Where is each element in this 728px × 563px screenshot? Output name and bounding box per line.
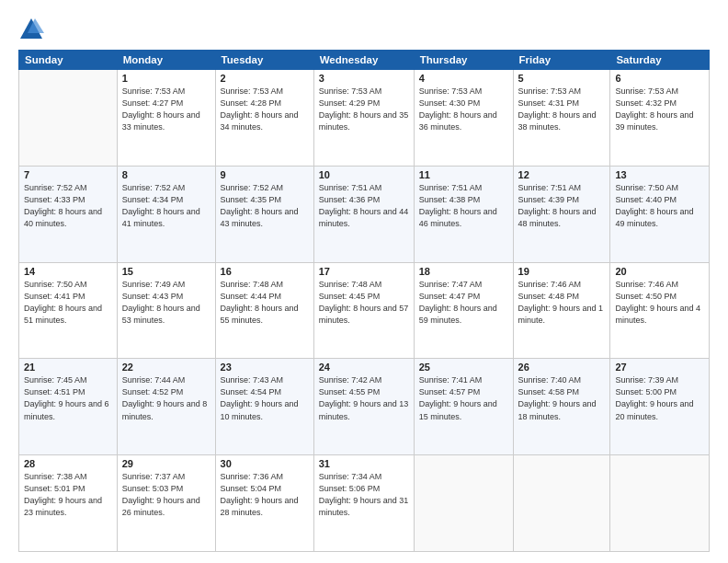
day-number: 18 [419, 266, 508, 277]
day-info: Sunrise: 7:39 AMSunset: 5:00 PMDaylight:… [615, 374, 704, 422]
day-info: Sunrise: 7:38 AMSunset: 5:01 PMDaylight:… [24, 471, 112, 519]
calendar-cell: 8Sunrise: 7:52 AMSunset: 4:34 PMDaylight… [117, 166, 215, 262]
weekday-monday: Monday [117, 51, 215, 70]
calendar-cell: 19Sunrise: 7:46 AMSunset: 4:48 PMDayligh… [513, 262, 610, 359]
calendar-body: 1Sunrise: 7:53 AMSunset: 4:27 PMDaylight… [19, 70, 710, 552]
calendar-cell: 23Sunrise: 7:43 AMSunset: 4:54 PMDayligh… [215, 359, 313, 455]
day-number: 28 [24, 458, 112, 469]
day-info: Sunrise: 7:45 AMSunset: 4:51 PMDaylight:… [24, 374, 112, 422]
calendar-cell: 5Sunrise: 7:53 AMSunset: 4:31 PMDaylight… [513, 70, 610, 167]
day-info: Sunrise: 7:47 AMSunset: 4:47 PMDaylight:… [419, 279, 508, 327]
day-number: 11 [419, 169, 508, 180]
day-info: Sunrise: 7:49 AMSunset: 4:43 PMDaylight:… [122, 279, 210, 327]
weekday-tuesday: Tuesday [215, 51, 313, 70]
calendar-cell [414, 455, 513, 552]
day-number: 7 [24, 169, 112, 180]
day-info: Sunrise: 7:52 AMSunset: 4:34 PMDaylight:… [122, 182, 210, 230]
day-number: 21 [24, 362, 112, 373]
week-row-0: 1Sunrise: 7:53 AMSunset: 4:27 PMDaylight… [19, 70, 710, 167]
day-info: Sunrise: 7:50 AMSunset: 4:40 PMDaylight:… [615, 182, 704, 230]
day-info: Sunrise: 7:51 AMSunset: 4:39 PMDaylight:… [518, 182, 606, 230]
day-number: 14 [24, 266, 112, 277]
weekday-header: SundayMondayTuesdayWednesdayThursdayFrid… [19, 51, 710, 70]
calendar: SundayMondayTuesdayWednesdayThursdayFrid… [18, 50, 710, 552]
calendar-cell: 31Sunrise: 7:34 AMSunset: 5:06 PMDayligh… [313, 455, 414, 552]
day-info: Sunrise: 7:50 AMSunset: 4:41 PMDaylight:… [24, 279, 112, 327]
day-info: Sunrise: 7:52 AMSunset: 4:33 PMDaylight:… [24, 182, 112, 230]
weekday-thursday: Thursday [414, 51, 513, 70]
day-number: 9 [221, 169, 309, 180]
day-number: 27 [615, 362, 704, 373]
page: SundayMondayTuesdayWednesdayThursdayFrid… [0, 0, 728, 563]
day-info: Sunrise: 7:48 AMSunset: 4:45 PMDaylight:… [319, 279, 409, 327]
calendar-cell: 7Sunrise: 7:52 AMSunset: 4:33 PMDaylight… [19, 166, 118, 262]
calendar-cell: 10Sunrise: 7:51 AMSunset: 4:36 PMDayligh… [313, 166, 414, 262]
calendar-cell: 15Sunrise: 7:49 AMSunset: 4:43 PMDayligh… [117, 262, 215, 359]
day-number: 3 [319, 73, 409, 84]
weekday-saturday: Saturday [610, 51, 710, 70]
day-info: Sunrise: 7:42 AMSunset: 4:55 PMDaylight:… [319, 374, 409, 422]
calendar-cell: 25Sunrise: 7:41 AMSunset: 4:57 PMDayligh… [414, 359, 513, 455]
day-number: 20 [615, 266, 704, 277]
calendar-cell: 24Sunrise: 7:42 AMSunset: 4:55 PMDayligh… [313, 359, 414, 455]
day-number: 10 [319, 169, 409, 180]
day-info: Sunrise: 7:53 AMSunset: 4:28 PMDaylight:… [221, 86, 309, 133]
day-info: Sunrise: 7:46 AMSunset: 4:50 PMDaylight:… [615, 279, 704, 327]
day-number: 16 [221, 266, 309, 277]
day-info: Sunrise: 7:36 AMSunset: 5:04 PMDaylight:… [221, 471, 309, 519]
day-number: 17 [319, 266, 409, 277]
day-info: Sunrise: 7:34 AMSunset: 5:06 PMDaylight:… [319, 471, 409, 519]
day-number: 15 [122, 266, 210, 277]
calendar-cell: 12Sunrise: 7:51 AMSunset: 4:39 PMDayligh… [513, 166, 610, 262]
weekday-friday: Friday [513, 51, 610, 70]
day-number: 23 [221, 362, 309, 373]
day-info: Sunrise: 7:44 AMSunset: 4:52 PMDaylight:… [122, 374, 210, 422]
calendar-cell [19, 70, 118, 167]
calendar-cell: 11Sunrise: 7:51 AMSunset: 4:38 PMDayligh… [414, 166, 513, 262]
day-number: 4 [419, 73, 508, 84]
calendar-cell: 22Sunrise: 7:44 AMSunset: 4:52 PMDayligh… [117, 359, 215, 455]
calendar-cell: 9Sunrise: 7:52 AMSunset: 4:35 PMDaylight… [215, 166, 313, 262]
day-info: Sunrise: 7:37 AMSunset: 5:03 PMDaylight:… [122, 471, 210, 519]
day-info: Sunrise: 7:53 AMSunset: 4:31 PMDaylight:… [518, 86, 606, 133]
week-row-3: 21Sunrise: 7:45 AMSunset: 4:51 PMDayligh… [19, 359, 710, 455]
day-info: Sunrise: 7:48 AMSunset: 4:44 PMDaylight:… [221, 279, 309, 327]
calendar-cell [513, 455, 610, 552]
day-info: Sunrise: 7:40 AMSunset: 4:58 PMDaylight:… [518, 374, 606, 422]
day-number: 1 [122, 73, 210, 84]
calendar-cell: 2Sunrise: 7:53 AMSunset: 4:28 PMDaylight… [215, 70, 313, 167]
weekday-sunday: Sunday [19, 51, 118, 70]
calendar-cell: 13Sunrise: 7:50 AMSunset: 4:40 PMDayligh… [610, 166, 710, 262]
calendar-cell: 1Sunrise: 7:53 AMSunset: 4:27 PMDaylight… [117, 70, 215, 167]
day-info: Sunrise: 7:53 AMSunset: 4:29 PMDaylight:… [319, 86, 409, 133]
calendar-cell: 21Sunrise: 7:45 AMSunset: 4:51 PMDayligh… [19, 359, 118, 455]
calendar-cell [610, 455, 710, 552]
logo [18, 17, 48, 42]
calendar-cell: 29Sunrise: 7:37 AMSunset: 5:03 PMDayligh… [117, 455, 215, 552]
calendar-cell: 6Sunrise: 7:53 AMSunset: 4:32 PMDaylight… [610, 70, 710, 167]
day-number: 19 [518, 266, 606, 277]
header [18, 17, 710, 42]
day-info: Sunrise: 7:52 AMSunset: 4:35 PMDaylight:… [221, 182, 309, 230]
calendar-cell: 17Sunrise: 7:48 AMSunset: 4:45 PMDayligh… [313, 262, 414, 359]
calendar-cell: 16Sunrise: 7:48 AMSunset: 4:44 PMDayligh… [215, 262, 313, 359]
week-row-4: 28Sunrise: 7:38 AMSunset: 5:01 PMDayligh… [19, 455, 710, 552]
day-number: 24 [319, 362, 409, 373]
day-info: Sunrise: 7:43 AMSunset: 4:54 PMDaylight:… [221, 374, 309, 422]
day-info: Sunrise: 7:53 AMSunset: 4:32 PMDaylight:… [615, 86, 704, 133]
weekday-wednesday: Wednesday [313, 51, 414, 70]
calendar-cell: 30Sunrise: 7:36 AMSunset: 5:04 PMDayligh… [215, 455, 313, 552]
day-info: Sunrise: 7:46 AMSunset: 4:48 PMDaylight:… [518, 279, 606, 327]
day-number: 22 [122, 362, 210, 373]
day-info: Sunrise: 7:51 AMSunset: 4:38 PMDaylight:… [419, 182, 508, 230]
day-number: 25 [419, 362, 508, 373]
calendar-cell: 18Sunrise: 7:47 AMSunset: 4:47 PMDayligh… [414, 262, 513, 359]
day-number: 29 [122, 458, 210, 469]
day-info: Sunrise: 7:41 AMSunset: 4:57 PMDaylight:… [419, 374, 508, 422]
day-info: Sunrise: 7:51 AMSunset: 4:36 PMDaylight:… [319, 182, 409, 230]
calendar-cell: 28Sunrise: 7:38 AMSunset: 5:01 PMDayligh… [19, 455, 118, 552]
calendar-cell: 14Sunrise: 7:50 AMSunset: 4:41 PMDayligh… [19, 262, 118, 359]
day-number: 30 [221, 458, 309, 469]
day-number: 8 [122, 169, 210, 180]
day-number: 12 [518, 169, 606, 180]
